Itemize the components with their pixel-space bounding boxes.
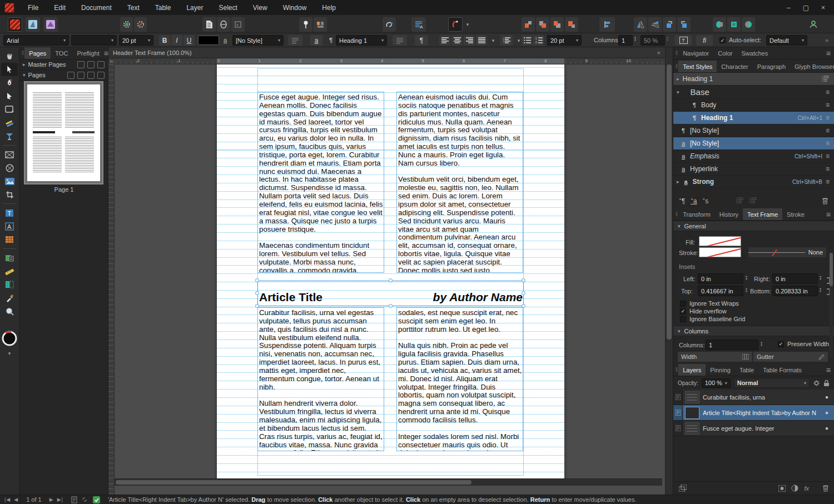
toolstrip-expand-chevron[interactable]: ▾ [1,347,18,360]
tab-toc[interactable]: TOC [51,47,72,59]
horizontal-scrollbar[interactable] [115,478,662,486]
style-row-strong[interactable]: ▸ a Strong Ctrl+Shift+B ≡ [673,176,834,188]
show-character-button[interactable]: a [310,35,322,46]
new-paragraph-style-button[interactable]: +¶ [679,197,685,205]
layer-visibility-dot[interactable]: ● [825,394,828,400]
tab-text-styles[interactable]: Text Styles [678,61,717,72]
inset-right-input[interactable]: 0 in [772,273,818,284]
duplicate-page-icon[interactable] [87,72,95,79]
columns-input[interactable]: 1 [618,35,633,46]
tab-transform[interactable]: Transform [678,208,715,220]
row-menu-icon[interactable]: ≡ [826,89,830,96]
stroke-width-preview[interactable]: None [748,247,826,257]
panel-scrollbar-thumb[interactable] [830,253,833,286]
document-setup-button[interactable] [120,17,133,32]
selection-handle-top-middle[interactable] [389,278,393,282]
text-frame-properties-button[interactable]: T [675,35,692,46]
columns-gutter-header[interactable]: Gutter [753,352,828,362]
style-row-heading-1[interactable]: ¶ Heading 1 Ctrl+Alt+1 ≡ [673,112,834,124]
inset-bottom-input[interactable]: 0.208333 in [772,286,818,296]
strong-collapse-arrow[interactable]: ▸ [677,179,679,184]
move-to-back-button[interactable] [565,17,578,32]
preserve-width-row[interactable]: ✓Preserve Width [778,341,829,347]
menu-document[interactable]: Document [73,0,120,15]
align-right-button[interactable] [464,35,475,46]
row-menu-icon[interactable]: ≡ [826,140,830,147]
insert-on-top-button[interactable] [742,17,755,32]
add-page-icon[interactable] [77,72,85,79]
move-forward-button[interactable] [536,17,549,32]
view-tool[interactable] [1,49,18,63]
insert-behind-button[interactable] [713,17,726,32]
style-group-base[interactable]: ▾ Base ≡ [673,86,834,99]
inset-left-input[interactable]: 0 in [698,273,743,284]
new-character-style-button[interactable]: +a [691,197,697,205]
horizontal-scrollbar-thumb[interactable] [116,480,471,485]
asset-tool[interactable] [1,251,18,265]
node-tool[interactable] [1,89,18,103]
measure-tool[interactable] [1,265,18,278]
tab-history[interactable]: History [715,208,743,220]
current-style-collapse-arrow[interactable]: ▸ [677,76,679,82]
stroke-swatch-none[interactable] [699,247,741,257]
font-variant-combo[interactable]: ▾ [71,35,117,46]
tab-stroke[interactable]: Stroke [782,208,809,220]
bullet-list-button[interactable] [522,35,533,46]
justification-chevron[interactable]: ▾ [488,35,499,46]
page-list-icon[interactable] [71,496,77,503]
ruler-unit[interactable]: in [108,58,115,64]
fill-swatch-none[interactable] [699,236,741,246]
typography-button[interactable]: fi [696,35,713,46]
selection-handle-right[interactable] [522,291,525,295]
columns-count-stepper[interactable]: ▴▾ [759,341,763,347]
lock-icon[interactable] [823,380,830,387]
navigator-panel-menu-icon[interactable]: ≡ [826,49,831,57]
ignore-text-wraps-row[interactable]: Ignore Text Wraps [680,300,739,307]
apply-master-icon[interactable] [67,72,75,79]
artistic-text-tool[interactable]: A [1,219,18,233]
snapping-options-chevron[interactable]: ▾ [464,17,471,32]
selection-handle-left[interactable] [255,291,259,295]
style-row-hyperlink[interactable]: a Hyperlink ≡ [673,163,834,176]
tab-paragraph[interactable]: Paragraph [753,61,790,72]
menu-edit[interactable]: Edit [46,0,73,15]
photo-persona-button[interactable] [43,17,58,32]
master-pages-collapse-arrow[interactable]: ▸ [23,62,26,67]
horizontal-ruler[interactable]: -2-1012345678910 [115,58,665,64]
alignment-button[interactable] [599,17,615,32]
layer-row[interactable]: Curabitur facilisis, urna ● [673,390,834,405]
auto-select-checkbox[interactable]: ✓ [719,37,726,43]
menu-file[interactable]: File [20,0,46,15]
menu-view[interactable]: View [245,0,275,15]
align-left-button[interactable] [439,35,450,46]
auto-select-combo[interactable]: Default▾ [766,35,807,46]
rectangle-tool[interactable] [1,103,18,116]
master-pages-section[interactable]: ▸ Master Pages [19,59,108,70]
rotate-ccw-button[interactable] [663,17,676,32]
paragraph-style-combo[interactable]: Heading 1▾ [336,35,387,46]
add-layer-group-icon[interactable] [679,485,687,492]
table-tool[interactable] [1,233,18,246]
last-page-button[interactable]: ▶| [57,497,63,502]
general-section-header[interactable]: ▾General [673,221,834,231]
place-image-tool[interactable] [1,174,18,188]
tab-text-frame[interactable]: Text Frame [743,208,782,220]
pages-collapse-arrow[interactable]: ▾ [23,72,26,78]
tab-character[interactable]: Character [717,61,752,72]
row-menu-icon[interactable]: ≡ [826,153,830,159]
selection-handle-bottom-middle[interactable] [389,304,393,308]
menu-window[interactable]: Window [275,0,315,15]
link-pages-icon[interactable] [81,496,88,503]
menu-table[interactable]: Table [147,0,179,15]
pages-section[interactable]: ▾ Pages [19,70,108,81]
new-style-button[interactable]: +s [702,197,708,205]
ignore-baseline-grid-checkbox[interactable] [680,316,686,322]
window-close-button[interactable]: × [821,4,825,12]
style-row-emphasis[interactable]: a Emphasis Ctrl+Shift+I ≡ [673,150,834,163]
move-tool[interactable] [1,63,18,76]
spread-setup-button[interactable] [134,17,147,32]
layer-row-selected[interactable]: Article Title<Right Indent Tab>by Author… [673,405,834,421]
pin-button[interactable] [299,17,312,32]
tab-table-formats[interactable]: Table Formats [758,364,806,376]
columns-stepper[interactable]: ▴▾ [633,36,637,42]
